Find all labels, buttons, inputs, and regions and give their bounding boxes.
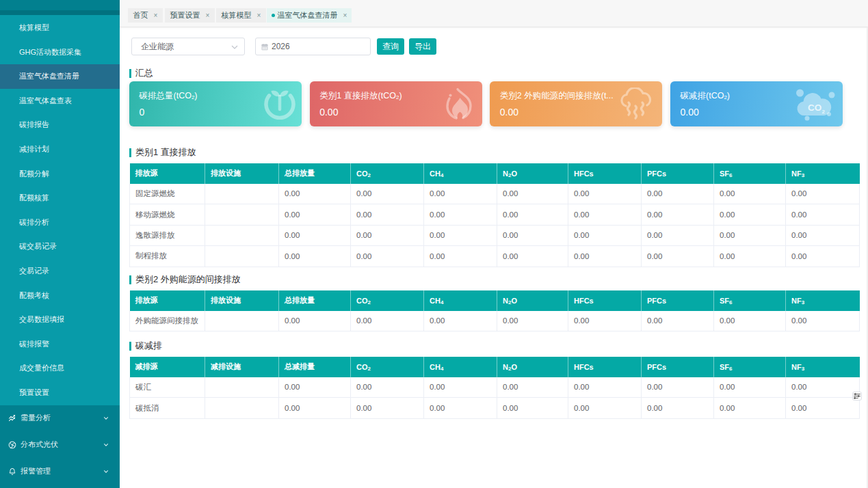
svg-text:CO: CO: [808, 103, 821, 113]
svg-text:2: 2: [822, 109, 826, 115]
